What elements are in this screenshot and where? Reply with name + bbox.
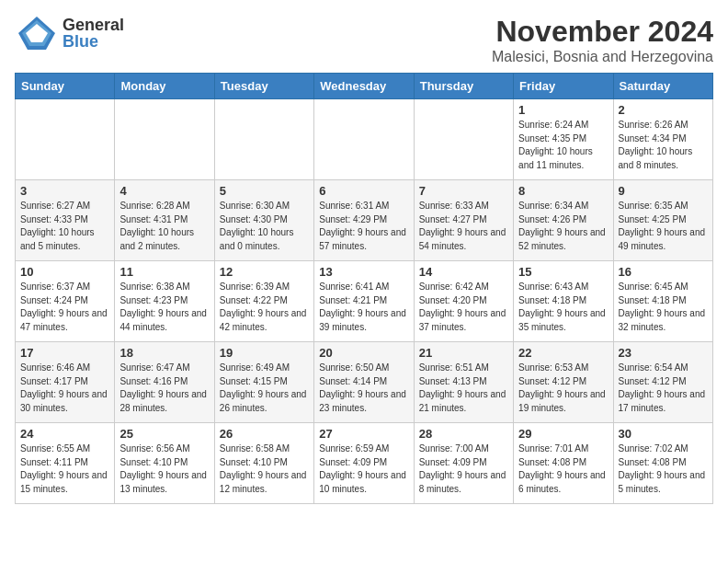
- location-title: Malesici, Bosnia and Herzegovina: [492, 49, 713, 65]
- weekday-header-monday: Monday: [115, 74, 214, 99]
- day-info: Sunrise: 6:33 AM Sunset: 4:27 PM Dayligh…: [419, 200, 508, 253]
- calendar-cell: 12Sunrise: 6:39 AM Sunset: 4:22 PM Dayli…: [214, 261, 313, 342]
- day-number: 5: [220, 184, 309, 198]
- day-number: 8: [518, 184, 608, 198]
- day-number: 18: [119, 346, 209, 360]
- day-number: 21: [419, 346, 508, 360]
- calendar-cell: 10Sunrise: 6:37 AM Sunset: 4:24 PM Dayli…: [16, 261, 115, 342]
- week-row-4: 24Sunrise: 6:55 AM Sunset: 4:11 PM Dayli…: [16, 423, 713, 504]
- day-number: 11: [119, 265, 209, 279]
- calendar-cell: 22Sunrise: 6:53 AM Sunset: 4:12 PM Dayli…: [514, 342, 613, 423]
- header: General Blue November 2024 Malesici, Bos…: [15, 15, 713, 65]
- day-number: 1: [518, 103, 608, 117]
- calendar-cell: 2Sunrise: 6:26 AM Sunset: 4:34 PM Daylig…: [613, 99, 712, 180]
- day-info: Sunrise: 6:51 AM Sunset: 4:13 PM Dayligh…: [419, 362, 508, 415]
- weekday-header-saturday: Saturday: [613, 74, 712, 99]
- day-number: 12: [220, 265, 309, 279]
- weekday-header-thursday: Thursday: [414, 74, 513, 99]
- calendar-cell: 14Sunrise: 6:42 AM Sunset: 4:20 PM Dayli…: [414, 261, 513, 342]
- day-number: 24: [20, 427, 109, 441]
- day-info: Sunrise: 6:53 AM Sunset: 4:12 PM Dayligh…: [518, 362, 608, 415]
- calendar-cell: 3Sunrise: 6:27 AM Sunset: 4:33 PM Daylig…: [16, 180, 115, 261]
- week-row-2: 10Sunrise: 6:37 AM Sunset: 4:24 PM Dayli…: [16, 261, 713, 342]
- day-number: 19: [220, 346, 309, 360]
- day-number: 29: [518, 427, 608, 441]
- day-number: 20: [319, 346, 408, 360]
- day-info: Sunrise: 6:55 AM Sunset: 4:11 PM Dayligh…: [20, 442, 109, 496]
- calendar-cell: 15Sunrise: 6:43 AM Sunset: 4:18 PM Dayli…: [514, 261, 613, 342]
- calendar-cell: 16Sunrise: 6:45 AM Sunset: 4:18 PM Dayli…: [613, 261, 712, 342]
- weekday-header-row: SundayMondayTuesdayWednesdayThursdayFrid…: [16, 74, 713, 99]
- day-info: Sunrise: 6:46 AM Sunset: 4:17 PM Dayligh…: [20, 362, 109, 415]
- day-info: Sunrise: 6:49 AM Sunset: 4:15 PM Dayligh…: [220, 362, 309, 415]
- day-info: Sunrise: 6:50 AM Sunset: 4:14 PM Dayligh…: [319, 362, 408, 415]
- calendar-cell: 29Sunrise: 7:01 AM Sunset: 4:08 PM Dayli…: [514, 423, 613, 504]
- day-info: Sunrise: 6:35 AM Sunset: 4:25 PM Dayligh…: [619, 200, 708, 253]
- week-row-1: 3Sunrise: 6:27 AM Sunset: 4:33 PM Daylig…: [16, 180, 713, 261]
- weekday-header-tuesday: Tuesday: [214, 74, 313, 99]
- calendar-cell: 24Sunrise: 6:55 AM Sunset: 4:11 PM Dayli…: [16, 423, 115, 504]
- day-number: 7: [419, 184, 508, 198]
- calendar-cell: 30Sunrise: 7:02 AM Sunset: 4:08 PM Dayli…: [613, 423, 712, 504]
- calendar-cell: 1Sunrise: 6:24 AM Sunset: 4:35 PM Daylig…: [514, 99, 613, 180]
- day-info: Sunrise: 6:59 AM Sunset: 4:09 PM Dayligh…: [319, 442, 408, 496]
- day-info: Sunrise: 6:30 AM Sunset: 4:30 PM Dayligh…: [220, 200, 309, 253]
- day-number: 2: [619, 103, 708, 117]
- day-info: Sunrise: 7:01 AM Sunset: 4:08 PM Dayligh…: [518, 442, 608, 496]
- day-info: Sunrise: 6:38 AM Sunset: 4:23 PM Dayligh…: [119, 281, 209, 334]
- day-info: Sunrise: 6:26 AM Sunset: 4:34 PM Dayligh…: [619, 119, 708, 172]
- calendar-cell: 25Sunrise: 6:56 AM Sunset: 4:10 PM Dayli…: [115, 423, 214, 504]
- day-number: 9: [619, 184, 708, 198]
- day-info: Sunrise: 6:42 AM Sunset: 4:20 PM Dayligh…: [419, 281, 508, 334]
- calendar-cell: 21Sunrise: 6:51 AM Sunset: 4:13 PM Dayli…: [414, 342, 513, 423]
- day-info: Sunrise: 6:28 AM Sunset: 4:31 PM Dayligh…: [119, 200, 209, 253]
- day-info: Sunrise: 6:54 AM Sunset: 4:12 PM Dayligh…: [619, 362, 708, 415]
- calendar-cell: [414, 99, 513, 180]
- day-info: Sunrise: 6:41 AM Sunset: 4:21 PM Dayligh…: [319, 281, 408, 334]
- calendar-cell: 28Sunrise: 7:00 AM Sunset: 4:09 PM Dayli…: [414, 423, 513, 504]
- calendar-cell: [314, 99, 414, 180]
- logo: General Blue: [15, 15, 124, 52]
- calendar-table: SundayMondayTuesdayWednesdayThursdayFrid…: [15, 73, 713, 504]
- calendar-cell: 26Sunrise: 6:58 AM Sunset: 4:10 PM Dayli…: [214, 423, 313, 504]
- calendar-cell: 7Sunrise: 6:33 AM Sunset: 4:27 PM Daylig…: [414, 180, 513, 261]
- day-number: 22: [518, 346, 608, 360]
- calendar-cell: 11Sunrise: 6:38 AM Sunset: 4:23 PM Dayli…: [115, 261, 214, 342]
- day-number: 14: [419, 265, 508, 279]
- day-number: 26: [220, 427, 309, 441]
- calendar-cell: 13Sunrise: 6:41 AM Sunset: 4:21 PM Dayli…: [314, 261, 414, 342]
- day-number: 15: [518, 265, 608, 279]
- day-info: Sunrise: 7:02 AM Sunset: 4:08 PM Dayligh…: [619, 442, 708, 496]
- logo-general-text: General: [63, 17, 124, 33]
- calendar-cell: 6Sunrise: 6:31 AM Sunset: 4:29 PM Daylig…: [314, 180, 414, 261]
- calendar-cell: [115, 99, 214, 180]
- calendar-cell: [214, 99, 313, 180]
- day-info: Sunrise: 6:34 AM Sunset: 4:26 PM Dayligh…: [518, 200, 608, 253]
- day-info: Sunrise: 6:24 AM Sunset: 4:35 PM Dayligh…: [518, 119, 608, 172]
- calendar-cell: 18Sunrise: 6:47 AM Sunset: 4:16 PM Dayli…: [115, 342, 214, 423]
- day-info: Sunrise: 6:37 AM Sunset: 4:24 PM Dayligh…: [20, 281, 109, 334]
- day-number: 4: [119, 184, 209, 198]
- day-number: 30: [619, 427, 708, 441]
- calendar-cell: 19Sunrise: 6:49 AM Sunset: 4:15 PM Dayli…: [214, 342, 313, 423]
- day-number: 3: [20, 184, 109, 198]
- day-number: 13: [319, 265, 408, 279]
- day-number: 17: [20, 346, 109, 360]
- day-number: 6: [319, 184, 408, 198]
- day-info: Sunrise: 6:39 AM Sunset: 4:22 PM Dayligh…: [220, 281, 309, 334]
- day-info: Sunrise: 6:56 AM Sunset: 4:10 PM Dayligh…: [119, 442, 209, 496]
- day-number: 28: [419, 427, 508, 441]
- day-info: Sunrise: 6:58 AM Sunset: 4:10 PM Dayligh…: [220, 442, 309, 496]
- day-number: 25: [119, 427, 209, 441]
- logo-icon: [15, 15, 59, 52]
- day-number: 10: [20, 265, 109, 279]
- weekday-header-sunday: Sunday: [16, 74, 115, 99]
- calendar-cell: 8Sunrise: 6:34 AM Sunset: 4:26 PM Daylig…: [514, 180, 613, 261]
- month-title: November 2024: [492, 15, 713, 49]
- day-number: 27: [319, 427, 408, 441]
- calendar-cell: 4Sunrise: 6:28 AM Sunset: 4:31 PM Daylig…: [115, 180, 214, 261]
- day-info: Sunrise: 6:27 AM Sunset: 4:33 PM Dayligh…: [20, 200, 109, 253]
- calendar-cell: [16, 99, 115, 180]
- calendar-cell: 5Sunrise: 6:30 AM Sunset: 4:30 PM Daylig…: [214, 180, 313, 261]
- title-area: November 2024 Malesici, Bosnia and Herze…: [492, 15, 713, 65]
